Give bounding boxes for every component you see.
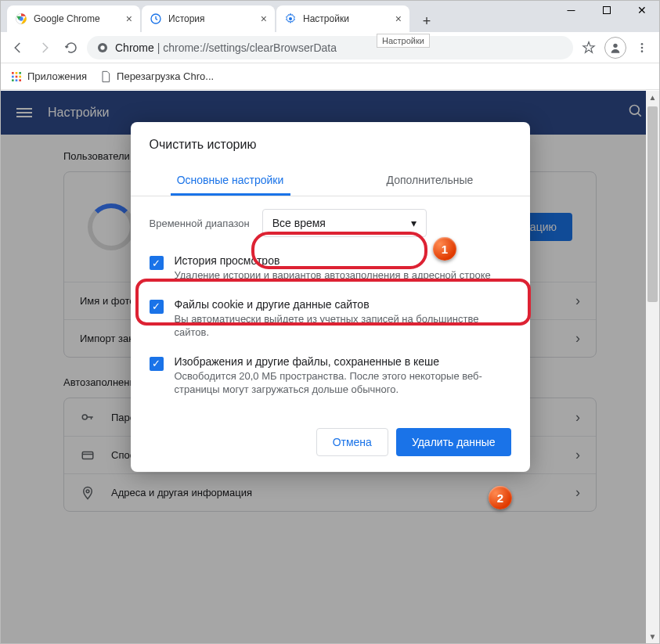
bookmark-label: Приложения — [27, 70, 87, 82]
tab-label: Google Chrome — [34, 13, 100, 24]
chrome-page-icon — [96, 41, 109, 54]
time-range-select[interactable]: Все время ▾ — [262, 209, 427, 237]
svg-point-6 — [100, 45, 104, 49]
bookmark-label: Перезагрузка Chro... — [117, 70, 214, 82]
chevron-down-icon: ▾ — [411, 217, 417, 229]
scrollbar-thumb[interactable] — [647, 106, 658, 302]
svg-rect-17 — [12, 79, 14, 81]
address-bar[interactable]: Chrome | chrome://settings/clearBrowserD… — [87, 36, 573, 59]
maximize-button[interactable] — [589, 1, 624, 20]
reload-button[interactable] — [60, 37, 82, 59]
svg-rect-12 — [16, 72, 18, 74]
checkbox-checked[interactable]: ✓ — [150, 357, 164, 371]
menu-button[interactable] — [631, 37, 653, 59]
svg-point-7 — [613, 43, 617, 47]
annotation-badge-2: 2 — [489, 486, 512, 509]
delete-data-button[interactable]: Удалить данные — [396, 428, 511, 456]
page-content: Настройки Пользователи Интеллектуальные … — [1, 91, 659, 643]
bookmarks-bar: Приложения Перезагрузка Chro... — [1, 63, 659, 90]
svg-rect-13 — [19, 72, 21, 74]
bookmark-item[interactable]: Перезагрузка Chro... — [99, 70, 214, 83]
option-browsing-history[interactable]: ✓ История просмотров Удаление истории и … — [150, 246, 511, 290]
tab-basic[interactable]: Основные настройки — [131, 164, 330, 196]
scroll-down-icon[interactable]: ▼ — [646, 630, 659, 643]
svg-point-8 — [641, 43, 644, 45]
bookmark-star-button[interactable] — [578, 37, 600, 59]
scrollbar-vertical[interactable]: ▲ ▼ — [646, 91, 659, 643]
option-cookies[interactable]: ✓ Файлы cookie и другие данные сайтов Вы… — [150, 290, 511, 347]
option-cached-images[interactable]: ✓ Изображения и другие файлы, сохраненны… — [150, 347, 511, 405]
dialog-title: Очистить историю — [131, 122, 530, 164]
svg-point-9 — [641, 46, 644, 49]
forward-button[interactable] — [34, 37, 56, 59]
tooltip: Настройки — [377, 34, 430, 48]
back-button[interactable] — [7, 37, 29, 59]
svg-point-10 — [641, 50, 644, 52]
svg-rect-11 — [12, 72, 14, 74]
checkbox-checked[interactable]: ✓ — [150, 256, 164, 270]
new-tab-button[interactable]: + — [416, 10, 438, 32]
page-icon — [99, 70, 112, 83]
tab-label: Настройки — [303, 13, 349, 24]
scroll-up-icon[interactable]: ▲ — [646, 91, 659, 104]
history-icon — [150, 13, 162, 25]
opt-desc: Удаление истории и вариантов автозаполне… — [175, 268, 491, 282]
chrome-icon — [15, 13, 27, 25]
svg-rect-14 — [12, 75, 14, 77]
svg-rect-18 — [16, 79, 18, 81]
window-controls: ─ ✕ — [554, 1, 659, 20]
profile-button[interactable] — [604, 37, 626, 59]
apps-icon — [10, 70, 23, 83]
tab-label: История — [168, 13, 205, 24]
gear-icon — [284, 13, 297, 25]
cancel-button[interactable]: Отмена — [316, 428, 388, 456]
svg-rect-19 — [19, 79, 21, 81]
range-label: Временной диапазон — [150, 218, 250, 229]
svg-point-4 — [289, 17, 292, 20]
tab-google-chrome[interactable]: Google Chrome × — [7, 5, 140, 32]
close-icon[interactable]: × — [254, 13, 267, 25]
annotation-badge-1: 1 — [433, 237, 456, 261]
opt-desc: Освободится 20,0 МБ пространства. После … — [175, 369, 511, 397]
url-host: Chrome — [115, 41, 154, 54]
close-icon[interactable]: × — [389, 13, 402, 25]
opt-title: Файлы cookie и другие данные сайтов — [175, 298, 511, 311]
bookmark-apps[interactable]: Приложения — [10, 70, 87, 83]
tab-settings[interactable]: Настройки × — [276, 5, 409, 32]
svg-rect-15 — [16, 75, 18, 77]
checkbox-checked[interactable]: ✓ — [150, 300, 164, 314]
url-path: chrome://settings/clearBrowserData — [163, 41, 337, 54]
tab-advanced[interactable]: Дополнительные — [330, 164, 530, 196]
svg-rect-16 — [19, 75, 21, 77]
opt-desc: Вы автоматически выйдете из учетных запи… — [175, 312, 511, 340]
tab-history[interactable]: История × — [142, 5, 275, 32]
close-icon[interactable]: × — [120, 13, 132, 25]
svg-rect-0 — [603, 7, 610, 14]
dialog-tabs: Основные настройки Дополнительные — [131, 164, 530, 196]
minimize-button[interactable]: ─ — [554, 1, 589, 20]
range-value: Все время — [272, 217, 326, 229]
close-button[interactable]: ✕ — [624, 1, 659, 20]
browser-toolbar: Chrome | chrome://settings/clearBrowserD… — [1, 32, 659, 63]
clear-history-dialog: Очистить историю Основные настройки Допо… — [131, 122, 530, 472]
opt-title: Изображения и другие файлы, сохраненные … — [175, 355, 511, 368]
